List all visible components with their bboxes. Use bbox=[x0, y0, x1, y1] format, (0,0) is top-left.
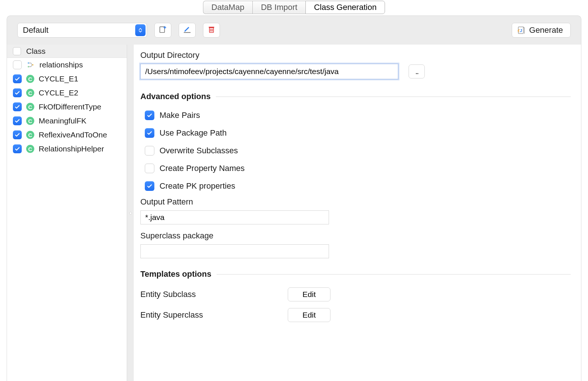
tree-row-label: CYCLE_E2 bbox=[39, 88, 78, 97]
tab-classgen[interactable]: Class Generation bbox=[305, 1, 385, 14]
template-row: Entity SuperclassEdit bbox=[140, 305, 571, 325]
classgen-form: Output Directory .. Advanced options Mak… bbox=[134, 45, 581, 381]
generate-button-label: Generate bbox=[529, 25, 563, 35]
tree-row-label: MeaningfulFK bbox=[39, 116, 87, 125]
advanced-option: Use Package Path bbox=[145, 124, 571, 142]
svg-rect-3 bbox=[209, 27, 214, 28]
new-file-icon bbox=[159, 25, 167, 35]
output-pattern-label: Output Pattern bbox=[140, 197, 571, 207]
split-grip-icon bbox=[129, 212, 132, 214]
svg-rect-1 bbox=[184, 32, 190, 33]
entity-icon: C bbox=[26, 117, 34, 125]
svg-point-7 bbox=[28, 62, 29, 64]
option-checkbox[interactable] bbox=[145, 181, 154, 191]
delete-config-button[interactable] bbox=[203, 23, 220, 38]
split-handle[interactable] bbox=[127, 45, 134, 381]
output-directory-label: Output Directory bbox=[140, 50, 571, 60]
entity-icon: C bbox=[26, 131, 34, 139]
generate-button[interactable]: J Generate bbox=[512, 23, 571, 38]
option-label: Create PK properties bbox=[160, 181, 235, 191]
chevron-updown-icon bbox=[135, 24, 146, 36]
tab-dbimport[interactable]: DB Import bbox=[252, 1, 305, 14]
option-label: Use Package Path bbox=[160, 128, 227, 138]
tree-row-label: RelationshipHelper bbox=[39, 144, 104, 153]
option-checkbox[interactable] bbox=[145, 128, 154, 138]
browse-output-dir-button[interactable]: .. bbox=[409, 64, 425, 78]
class-tree: Class relationshipsCCYCLE_E1CCYCLE_E2CFk… bbox=[7, 45, 127, 381]
template-label: Entity Subclass bbox=[140, 290, 288, 299]
tree-row[interactable]: relationships bbox=[7, 58, 127, 72]
option-checkbox[interactable] bbox=[145, 164, 154, 173]
tree-row[interactable]: CCYCLE_E1 bbox=[7, 72, 127, 86]
tab-datamap[interactable]: DataMap bbox=[203, 1, 252, 14]
template-row: Entity SubclassEdit bbox=[140, 284, 571, 305]
option-checkbox[interactable] bbox=[145, 111, 154, 120]
trash-icon bbox=[207, 25, 216, 35]
tree-row-checkbox[interactable] bbox=[13, 60, 22, 69]
panel-classgen: Default bbox=[7, 15, 581, 381]
option-label: Create Property Names bbox=[160, 164, 245, 173]
tree-row[interactable]: CReflexiveAndToOne bbox=[7, 128, 127, 142]
output-directory-input[interactable] bbox=[140, 64, 398, 79]
tree-row-checkbox[interactable] bbox=[13, 130, 22, 139]
output-pattern-input[interactable] bbox=[140, 210, 329, 224]
option-label: Overwrite Subclasses bbox=[160, 146, 238, 155]
advanced-option: Make Pairs bbox=[145, 106, 571, 124]
java-file-icon: J bbox=[517, 26, 525, 34]
advanced-options-title: Advanced options bbox=[140, 92, 211, 101]
templates-options-title: Templates options bbox=[140, 269, 211, 279]
entity-icon: C bbox=[26, 89, 34, 97]
template-edit-button[interactable]: Edit bbox=[288, 308, 330, 322]
datamap-icon bbox=[26, 60, 35, 69]
tree-row-label: relationships bbox=[39, 60, 83, 69]
option-label: Make Pairs bbox=[160, 111, 200, 120]
tree-row[interactable]: CMeaningfulFK bbox=[7, 114, 127, 128]
config-select-value: Default bbox=[23, 25, 49, 35]
tree-header-checkbox[interactable] bbox=[13, 47, 21, 55]
new-config-button[interactable] bbox=[154, 23, 171, 38]
section-rule bbox=[217, 274, 571, 275]
template-edit-button[interactable]: Edit bbox=[288, 287, 330, 301]
superclass-package-label: Superclass package bbox=[140, 231, 571, 241]
entity-icon: C bbox=[26, 75, 34, 83]
toolbar: Default bbox=[7, 16, 581, 45]
svg-text:J: J bbox=[520, 28, 522, 33]
tree-row[interactable]: CFkOfDifferentType bbox=[7, 100, 127, 114]
option-checkbox[interactable] bbox=[145, 146, 154, 155]
advanced-option: Create PK properties bbox=[145, 177, 571, 195]
section-rule bbox=[216, 97, 571, 97]
template-label: Entity Superclass bbox=[140, 310, 288, 320]
advanced-option: Overwrite Subclasses bbox=[145, 142, 571, 160]
tab-strip: DataMap DB Import Class Generation bbox=[0, 0, 588, 15]
tree-row[interactable]: CCYCLE_E2 bbox=[7, 86, 127, 100]
tree-row-label: ReflexiveAndToOne bbox=[39, 130, 107, 139]
svg-point-8 bbox=[28, 66, 29, 67]
tree-row-checkbox[interactable] bbox=[13, 144, 22, 153]
advanced-option: Create Property Names bbox=[145, 160, 571, 177]
entity-icon: C bbox=[26, 103, 34, 111]
edit-config-button[interactable] bbox=[179, 23, 196, 38]
tree-header: Class bbox=[7, 45, 127, 58]
tree-row-label: CYCLE_E1 bbox=[39, 74, 78, 83]
tree-header-label: Class bbox=[26, 47, 46, 56]
tree-row-checkbox[interactable] bbox=[13, 116, 22, 125]
svg-point-9 bbox=[32, 64, 34, 66]
entity-icon: C bbox=[26, 145, 34, 153]
tree-row-label: FkOfDifferentType bbox=[39, 102, 101, 111]
tree-row-checkbox[interactable] bbox=[13, 88, 22, 97]
tree-row-checkbox[interactable] bbox=[13, 102, 22, 111]
superclass-package-input[interactable] bbox=[140, 244, 329, 258]
pencil-icon bbox=[183, 25, 191, 35]
tree-row[interactable]: CRelationshipHelper bbox=[7, 142, 127, 156]
config-select[interactable]: Default bbox=[17, 23, 147, 38]
tree-row-checkbox[interactable] bbox=[13, 74, 22, 83]
